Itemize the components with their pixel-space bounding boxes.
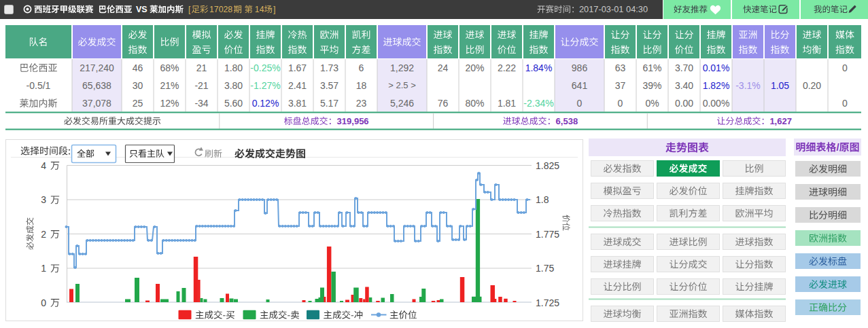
svg-text:14: 14 xyxy=(255,5,264,14)
svg-text:4: 4 xyxy=(41,160,46,171)
svg-text:0.01%: 0.01% xyxy=(703,62,730,73)
svg-text:68%: 68% xyxy=(160,62,179,73)
svg-text:2: 2 xyxy=(41,229,46,240)
svg-text:0.00%: 0.00% xyxy=(703,98,730,109)
svg-text:23: 23 xyxy=(356,98,367,109)
svg-text:39%: 39% xyxy=(642,80,661,91)
svg-text:3.81: 3.81 xyxy=(288,98,307,109)
svg-text:1.05: 1.05 xyxy=(771,80,789,91)
svg-text:1.775: 1.775 xyxy=(536,229,559,240)
svg-text:217,240: 217,240 xyxy=(80,62,114,73)
svg-text:1.82%: 1.82% xyxy=(703,80,730,91)
svg-text:1,627: 1,627 xyxy=(769,116,792,126)
svg-text:1.75: 1.75 xyxy=(536,263,554,274)
svg-text:1,292: 1,292 xyxy=(390,62,414,73)
svg-text:1.8: 1.8 xyxy=(536,194,549,205)
svg-text:6: 6 xyxy=(359,62,364,73)
svg-text:21%: 21% xyxy=(160,80,179,91)
svg-text:VS: VS xyxy=(136,5,147,14)
svg-text:46: 46 xyxy=(133,62,143,73)
svg-text:3.70: 3.70 xyxy=(675,62,693,73)
svg-text:-34: -34 xyxy=(194,98,208,109)
svg-text:12%: 12% xyxy=(160,98,179,109)
svg-text:17028: 17028 xyxy=(209,5,232,14)
svg-text:-3.1%: -3.1% xyxy=(735,80,761,91)
svg-text:1: 1 xyxy=(41,263,46,274)
svg-text:30: 30 xyxy=(133,80,143,91)
svg-text:0%: 0% xyxy=(645,98,659,109)
svg-text:65,638: 65,638 xyxy=(82,80,111,91)
svg-text:0: 0 xyxy=(41,297,46,308)
svg-text:3: 3 xyxy=(41,194,46,205)
svg-text:1.725: 1.725 xyxy=(536,297,559,308)
svg-text:1.80: 1.80 xyxy=(224,62,243,73)
svg-text:1.84%: 1.84% xyxy=(525,62,553,73)
svg-text:1.67: 1.67 xyxy=(288,62,307,73)
svg-text:37: 37 xyxy=(615,80,626,91)
svg-text:> 2.5 >: > 2.5 > xyxy=(388,80,415,90)
svg-text:-2.34%: -2.34% xyxy=(523,98,553,109)
svg-text:-21: -21 xyxy=(194,80,208,91)
svg-text:2.41: 2.41 xyxy=(288,80,307,91)
svg-text:76: 76 xyxy=(438,98,449,109)
svg-text:319,956: 319,956 xyxy=(337,116,369,126)
svg-text:37,078: 37,078 xyxy=(82,98,111,109)
svg-text:0.20: 0.20 xyxy=(803,80,821,91)
svg-text:5,246: 5,246 xyxy=(390,98,414,109)
svg-text:0.00: 0.00 xyxy=(675,98,693,109)
svg-text:18: 18 xyxy=(356,80,367,91)
svg-text:1.73: 1.73 xyxy=(320,62,338,73)
svg-text:61%: 61% xyxy=(642,62,661,73)
svg-text:-0.5/1: -0.5/1 xyxy=(27,80,51,91)
svg-text:63: 63 xyxy=(615,62,626,73)
svg-text:2.22: 2.22 xyxy=(498,62,516,73)
svg-text:0: 0 xyxy=(618,98,623,109)
svg-text:5.60: 5.60 xyxy=(224,98,243,109)
svg-text:0: 0 xyxy=(842,98,848,109)
svg-text:5.17: 5.17 xyxy=(320,98,338,109)
svg-text:20%: 20% xyxy=(465,62,484,73)
svg-text:0: 0 xyxy=(577,98,583,109)
svg-text:-0.25%: -0.25% xyxy=(250,62,280,73)
svg-text:1.81: 1.81 xyxy=(498,98,516,109)
svg-text:-1.27%: -1.27% xyxy=(250,80,280,91)
svg-text:]: ] xyxy=(273,5,275,14)
svg-text:1.825: 1.825 xyxy=(536,160,559,171)
svg-text:[: [ xyxy=(188,5,191,14)
svg-text:80%: 80% xyxy=(465,98,484,109)
svg-text:3.57: 3.57 xyxy=(320,80,338,91)
svg-text:3.40: 3.40 xyxy=(675,80,693,91)
svg-text:2017-03-01 04:30: 2017-03-01 04:30 xyxy=(579,4,648,14)
svg-text:3.80: 3.80 xyxy=(224,80,243,91)
svg-text:0: 0 xyxy=(842,62,848,73)
svg-text:6,538: 6,538 xyxy=(556,116,578,126)
svg-text:25: 25 xyxy=(133,98,143,109)
svg-text:21: 21 xyxy=(196,62,207,73)
svg-text:0.12%: 0.12% xyxy=(252,98,279,109)
svg-text:986: 986 xyxy=(572,62,588,73)
svg-text:24: 24 xyxy=(438,62,449,73)
svg-text:641: 641 xyxy=(572,80,588,91)
